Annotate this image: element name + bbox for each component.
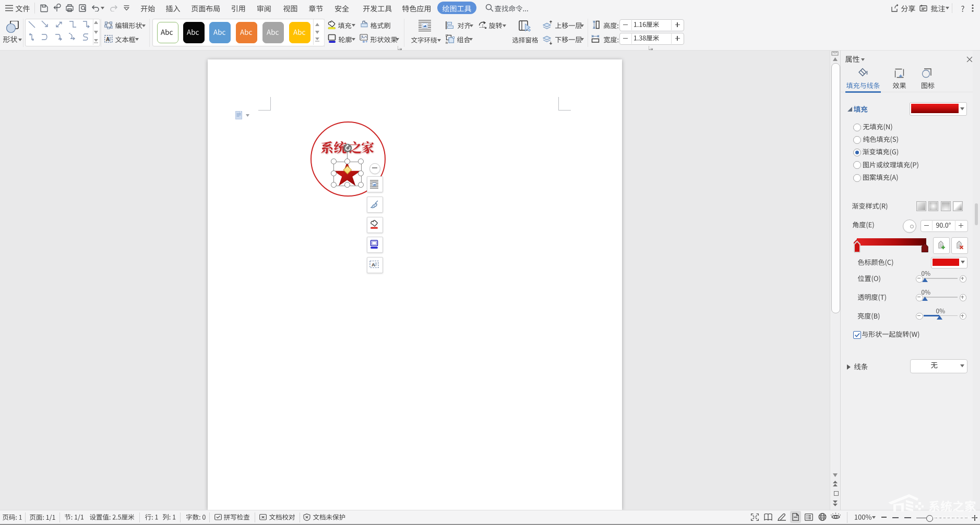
svg-text:A: A (106, 36, 110, 42)
svg-text:A: A (372, 262, 375, 267)
